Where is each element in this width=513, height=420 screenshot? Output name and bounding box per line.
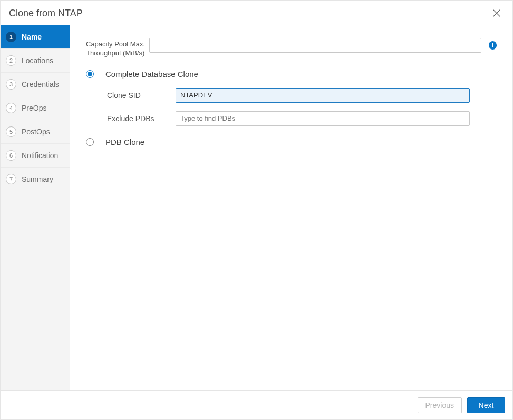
step-label: Notification xyxy=(22,151,58,160)
step-locations[interactable]: 2 Locations xyxy=(1,49,70,73)
step-number: 5 xyxy=(6,126,16,137)
main-panel: Capacity Pool Max. Throughput (MiB/s) i … xyxy=(70,25,512,390)
info-icon[interactable]: i xyxy=(489,41,497,50)
step-label: PostOps xyxy=(22,128,50,136)
exclude-pdbs-row: Exclude PDBs xyxy=(107,111,497,126)
next-button[interactable]: Next xyxy=(467,397,505,413)
complete-clone-radio[interactable] xyxy=(86,70,94,78)
step-label: Locations xyxy=(22,56,53,65)
step-name[interactable]: 1 Name xyxy=(1,25,70,49)
step-number: 7 xyxy=(6,174,16,184)
step-number: 6 xyxy=(6,150,16,161)
step-credentials[interactable]: 3 Credentials xyxy=(1,73,70,96)
step-postops[interactable]: 5 PostOps xyxy=(1,120,70,144)
capacity-pool-input[interactable] xyxy=(149,38,481,53)
previous-button[interactable]: Previous xyxy=(418,397,462,413)
step-summary[interactable]: 7 Summary xyxy=(1,168,70,191)
complete-clone-label: Complete Database Clone xyxy=(105,70,198,79)
wizard-sidebar: 1 Name 2 Locations 3 Credentials 4 PreOp… xyxy=(1,25,70,390)
capacity-pool-row: Capacity Pool Max. Throughput (MiB/s) i xyxy=(86,38,497,58)
step-label: Name xyxy=(22,33,42,41)
step-number: 4 xyxy=(6,103,16,113)
pdb-clone-label: PDB Clone xyxy=(105,138,144,146)
close-icon xyxy=(493,9,500,17)
clone-sid-label: Clone SID xyxy=(107,91,176,100)
dialog-footer: Previous Next xyxy=(1,390,512,419)
dialog-body: 1 Name 2 Locations 3 Credentials 4 PreOp… xyxy=(1,25,512,390)
close-button[interactable] xyxy=(489,6,504,21)
step-label: PreOps xyxy=(22,104,46,112)
complete-clone-option: Complete Database Clone xyxy=(86,70,497,79)
complete-clone-fields: Clone SID Exclude PDBs xyxy=(107,88,497,134)
step-preops[interactable]: 4 PreOps xyxy=(1,96,70,120)
pdb-clone-option: PDB Clone xyxy=(86,138,497,146)
step-number: 1 xyxy=(6,32,16,42)
pdb-clone-radio[interactable] xyxy=(86,138,94,146)
step-label: Credentials xyxy=(22,80,59,89)
step-number: 2 xyxy=(6,55,16,66)
step-notification[interactable]: 6 Notification xyxy=(1,144,70,168)
clone-sid-input[interactable] xyxy=(176,88,470,103)
dialog-header: Clone from NTAP xyxy=(1,1,512,25)
clone-dialog: Clone from NTAP 1 Name 2 Locations 3 Cre… xyxy=(0,0,513,420)
exclude-pdbs-label: Exclude PDBs xyxy=(107,114,176,123)
clone-sid-row: Clone SID xyxy=(107,88,497,103)
step-number: 3 xyxy=(6,79,16,90)
capacity-pool-control: i xyxy=(149,38,497,53)
step-label: Summary xyxy=(22,175,53,183)
exclude-pdbs-input[interactable] xyxy=(176,111,470,126)
capacity-pool-label: Capacity Pool Max. Throughput (MiB/s) xyxy=(86,38,149,58)
dialog-title: Clone from NTAP xyxy=(9,8,83,19)
